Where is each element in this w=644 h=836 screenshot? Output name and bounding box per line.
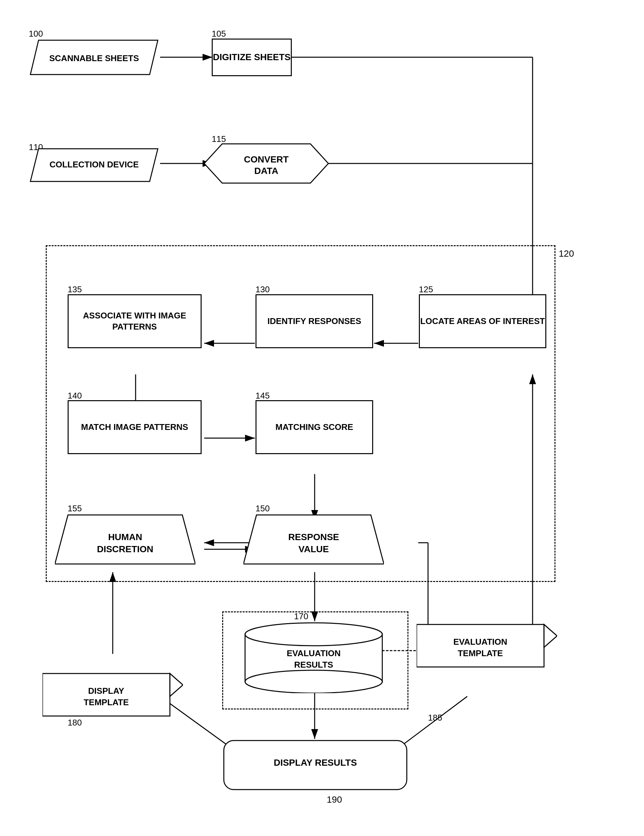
label-100: 100 bbox=[29, 29, 43, 39]
svg-marker-46 bbox=[544, 624, 557, 647]
label-170: 170 bbox=[294, 611, 308, 622]
label-105: 105 bbox=[212, 29, 226, 39]
label-125: 125 bbox=[419, 284, 433, 295]
label-140: 140 bbox=[68, 391, 82, 401]
evaluation-results-box: EVALUATION RESULTS bbox=[243, 621, 384, 693]
svg-text:TEMPLATE: TEMPLATE bbox=[458, 648, 503, 658]
evaluation-template-box: EVALUATION TEMPLATE bbox=[417, 621, 557, 673]
display-template-box: DISPLAY TEMPLATE bbox=[42, 670, 183, 723]
svg-text:EVALUATION: EVALUATION bbox=[453, 637, 507, 647]
locate-areas-box: LOCATE AREAS OF INTEREST bbox=[419, 294, 546, 348]
label-185: 185 bbox=[428, 713, 442, 723]
label-145: 145 bbox=[256, 391, 269, 401]
svg-text:DISCRETION: DISCRETION bbox=[97, 544, 153, 554]
display-results-box: DISPLAY RESULTS bbox=[222, 739, 408, 791]
matching-score-box: MATCHING SCORE bbox=[256, 400, 373, 454]
svg-text:DATA: DATA bbox=[254, 166, 279, 176]
associate-with-box: ASSOCIATE WITH IMAGE PATTERNS bbox=[68, 294, 202, 348]
svg-text:HUMAN: HUMAN bbox=[108, 532, 142, 542]
svg-text:DISPLAY RESULTS: DISPLAY RESULTS bbox=[274, 758, 357, 767]
label-155: 155 bbox=[68, 503, 82, 514]
svg-text:SCANNABLE SHEETS: SCANNABLE SHEETS bbox=[49, 53, 139, 63]
svg-text:RESPONSE: RESPONSE bbox=[288, 532, 339, 542]
digitize-sheets-box: DIGITIZE SHEETS bbox=[212, 39, 292, 76]
svg-text:COLLECTION DEVICE: COLLECTION DEVICE bbox=[49, 160, 139, 169]
convert-data-box: CONVERT DATA bbox=[202, 142, 330, 185]
match-image-box: MATCH IMAGE PATTERNS bbox=[68, 400, 202, 454]
collection-device-box: COLLECTION DEVICE bbox=[29, 147, 160, 183]
svg-text:CONVERT: CONVERT bbox=[244, 154, 289, 165]
response-value-box: RESPONSE VALUE bbox=[243, 513, 384, 566]
label-135: 135 bbox=[68, 284, 82, 295]
scannable-sheets-box: SCANNABLE SHEETS bbox=[29, 39, 160, 76]
svg-point-38 bbox=[245, 670, 382, 693]
svg-text:VALUE: VALUE bbox=[298, 544, 329, 554]
label-190: 190 bbox=[327, 795, 342, 805]
human-discretion-box: HUMAN DISCRETION bbox=[55, 513, 196, 566]
label-120: 120 bbox=[559, 248, 574, 259]
svg-marker-42 bbox=[170, 673, 183, 696]
label-150: 150 bbox=[256, 503, 269, 514]
svg-text:DISPLAY: DISPLAY bbox=[88, 686, 124, 696]
svg-point-37 bbox=[245, 623, 382, 646]
svg-text:EVALUATION: EVALUATION bbox=[287, 648, 341, 658]
flowchart-diagram: 100 SCANNABLE SHEETS 105 DIGITIZE SHEETS… bbox=[0, 0, 644, 836]
identify-responses-box: IDENTIFY RESPONSES bbox=[256, 294, 373, 348]
svg-text:TEMPLATE: TEMPLATE bbox=[84, 697, 129, 707]
label-130: 130 bbox=[256, 284, 269, 295]
svg-text:RESULTS: RESULTS bbox=[294, 660, 333, 669]
